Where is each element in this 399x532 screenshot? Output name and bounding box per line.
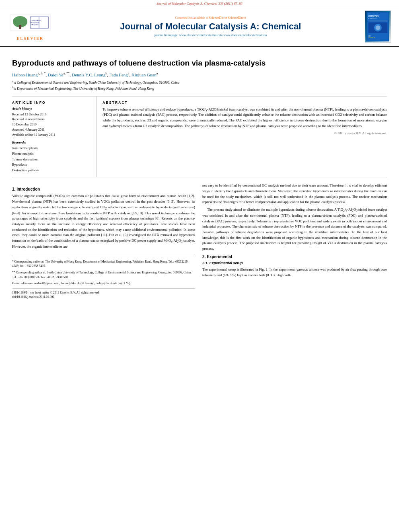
svg-text:2011 • 87–93: 2011 • 87–93: [368, 37, 375, 39]
section1-right-text: not easy to be identified by conventiona…: [202, 183, 387, 251]
footnote-email: E-mail addresses: seabac8@gmail.com, har…: [12, 281, 195, 286]
homepage-url[interactable]: www.elsevier.com/locate/molcata: [179, 33, 222, 37]
svg-text:336: 336: [368, 35, 371, 37]
affiliations: a a College of Environmental Science and…: [12, 79, 387, 91]
article-info-heading: ARTICLE INFO: [12, 101, 91, 105]
journal-cover-thumbnail: CATALYSIS A: Chemical 336 2011 • 87–93: [365, 10, 391, 43]
abstract-heading: ABSTRACT: [103, 101, 387, 105]
abstract-text: To improve toluene removal efficiency an…: [103, 107, 387, 129]
section1-body: Volatile organic compounds (VOCs) are co…: [12, 193, 195, 249]
article-title: Byproducts and pathways of toluene destr…: [12, 58, 387, 68]
journal-header-section: JOURNAL OF MOLECULAR CATALYSIS ELSEVIER …: [0, 7, 399, 47]
keyword-3: Toluene destruction: [12, 157, 91, 162]
section1-right-para2: The present study aimed to eliminate the…: [202, 207, 387, 251]
svg-text:MOLECULAR: MOLECULAR: [31, 22, 39, 24]
elsevier-wordmark: ELSEVIER: [17, 36, 44, 41]
journal-homepage: journal homepage: www.elsevier.com/locat…: [154, 33, 267, 37]
copyright-text: © 2011 Elsevier B.V. All rights reserved…: [103, 131, 387, 135]
body-content: 1. Introduction Volatile organic compoun…: [12, 183, 387, 300]
svg-rect-2: [19, 25, 21, 29]
section2-heading: 2. Experimental: [202, 255, 387, 259]
section2-sub-heading: 2.1. Experimental setup: [202, 261, 387, 265]
elsevier-logo-svg: JOURNAL OF MOLECULAR CATALYSIS: [8, 13, 52, 35]
svg-text:A: Chemical: A: Chemical: [368, 18, 377, 20]
keyword-2: Plasma-catalysis: [12, 151, 91, 157]
body-right-column: not easy to be identified by conventiona…: [202, 183, 387, 300]
received-revised-label: Received in revised form: [12, 117, 91, 122]
journal-citation-bar: Journal of Molecular Catalysis A: Chemic…: [0, 0, 399, 7]
received-revised-date: 16 December 2010: [12, 122, 91, 127]
keyword-5: Destruction pathway: [12, 168, 91, 173]
article-content: Byproducts and pathways of toluene destr…: [0, 47, 399, 306]
publisher-logo-area: JOURNAL OF MOLECULAR CATALYSIS ELSEVIER: [4, 10, 56, 43]
section1-heading: 1. Introduction: [12, 187, 195, 191]
journal-citation-text: Journal of Molecular Catalysis A: Chemic…: [156, 2, 243, 6]
svg-text:JOURNAL OF: JOURNAL OF: [31, 19, 42, 21]
article-history-label: Article history:: [12, 107, 91, 111]
available-date: Available online 12 January 2011: [12, 133, 91, 138]
article-info-abstract-section: ARTICLE INFO Article history: Received 1…: [12, 96, 387, 178]
compounds-text: compounds: [36, 194, 52, 198]
received-date: Received 12 October 2010: [12, 112, 91, 117]
journal-title-center: Contents lists available at ScienceDirec…: [56, 10, 365, 43]
keywords-label: Keywords:: [12, 141, 91, 144]
article-info-column: ARTICLE INFO Article history: Received 1…: [12, 97, 97, 177]
footnote-2: ** Corresponding author at: South China …: [12, 270, 195, 279]
footnotes-section: * Corresponding author at: The Universit…: [12, 256, 195, 300]
section1-para1: Volatile organic compounds (VOCs) are co…: [12, 193, 195, 249]
keyword-4: Byproducts: [12, 162, 91, 168]
sciencedirect-text: Contents lists available at ScienceDirec…: [175, 16, 246, 20]
accepted-date: Accepted 4 January 2011: [12, 127, 91, 133]
svg-point-15: [376, 25, 380, 30]
svg-rect-12: [368, 21, 388, 21]
section1-right-para1: not easy to be identified by conventiona…: [202, 183, 387, 205]
body-left-column: 1. Introduction Volatile organic compoun…: [12, 183, 195, 300]
authors-line: Haibao Huanga, b, *, Daiqi Yea, **, Denn…: [12, 72, 387, 77]
footnote-issn: 1381-1169/$ – see front matter © 2011 El…: [12, 288, 195, 295]
svg-text:CATALYSIS: CATALYSIS: [368, 15, 379, 17]
section2-para1: The experimental setup is illustrated in…: [202, 267, 387, 278]
journal-title: Journal of Molecular Catalysis A: Chemic…: [120, 21, 301, 32]
keyword-1: Non-thermal plasma: [12, 146, 91, 151]
section2-text: The experimental setup is illustrated in…: [202, 267, 387, 278]
footnote-doi: doi:10.1016/j.molcata.2011.01.002: [12, 295, 195, 300]
footnote-1: * Corresponding author at: The Universit…: [12, 259, 195, 269]
svg-text:CATALYSIS: CATALYSIS: [31, 24, 39, 26]
abstract-column: ABSTRACT To improve toluene removal effi…: [97, 97, 387, 177]
sciencedirect-brand[interactable]: ScienceDirect: [228, 16, 246, 20]
